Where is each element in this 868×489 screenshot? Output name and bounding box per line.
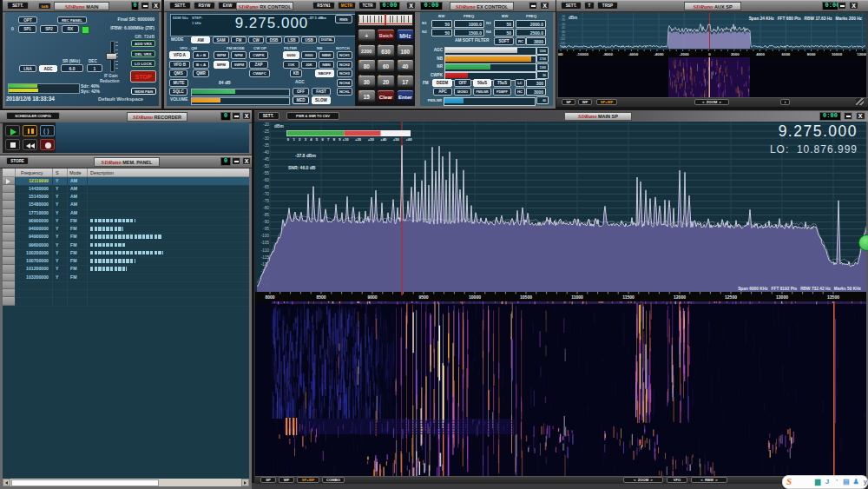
svg-text:8000: 8000 — [807, 52, 816, 56]
svg-text:8000: 8000 — [265, 294, 274, 300]
svg-text:-110: -110 — [261, 248, 270, 253]
svg-text:-25: -25 — [263, 129, 269, 134]
svg-text:Span 24 KHz FFT 680 Pts RB: Span 24 KHz FFT 680 Pts RBW 17.63 Hz Mar… — [749, 17, 863, 21]
svg-text:-90: -90 — [263, 220, 269, 224]
svg-text:+40: +40 — [380, 137, 387, 142]
svg-text:-12000: -12000 — [558, 52, 563, 56]
svg-text:-100: -100 — [260, 234, 269, 238]
svg-text:+60: +60 — [405, 137, 412, 142]
svg-text:-60: -60 — [263, 178, 269, 182]
svg-text:4000: 4000 — [756, 52, 765, 56]
svg-text:-55: -55 — [263, 171, 269, 175]
svg-text:-75: -75 — [263, 199, 269, 203]
svg-text:-95: -95 — [561, 34, 565, 37]
svg-text:-30: -30 — [263, 136, 269, 141]
svg-text:13000: 13000 — [776, 294, 788, 300]
svg-text:-70: -70 — [263, 192, 269, 196]
svg-text:SNR: 46.0 dB: SNR: 46.0 dB — [288, 165, 316, 170]
svg-text:-50: -50 — [561, 23, 565, 26]
svg-text:13500: 13500 — [827, 294, 839, 300]
svg-text:dBm: dBm — [569, 16, 577, 20]
svg-text:+20: +20 — [355, 137, 362, 142]
svg-text:-37.8 dBm: -37.8 dBm — [295, 153, 316, 158]
svg-text:-20: -20 — [561, 15, 565, 18]
svg-text:-35: -35 — [263, 143, 269, 148]
svg-text:0: 0 — [708, 52, 711, 56]
svg-text:-65: -65 — [263, 185, 269, 189]
svg-text:-4000: -4000 — [654, 52, 664, 56]
svg-text:10000: 10000 — [832, 52, 843, 56]
svg-text:+10: +10 — [342, 137, 349, 142]
svg-text:-6000: -6000 — [628, 52, 639, 56]
svg-text:6000: 6000 — [782, 52, 791, 56]
svg-text:-8000: -8000 — [603, 52, 614, 56]
svg-text:-125: -125 — [560, 42, 566, 45]
svg-text:-10000: -10000 — [576, 52, 589, 56]
svg-text:-95: -95 — [263, 227, 269, 231]
svg-text:Span 6000 KHz FFT 8192 Pts: Span 6000 KHz FFT 8192 Pts RBW 732.42 Hz… — [738, 287, 861, 291]
svg-text:dBm: dBm — [274, 124, 284, 129]
svg-text:11500: 11500 — [622, 294, 635, 300]
svg-text:2000: 2000 — [731, 52, 740, 56]
svg-text:12000: 12000 — [857, 52, 866, 56]
svg-text:+30: +30 — [368, 137, 375, 142]
svg-text:10000: 10000 — [469, 294, 481, 300]
svg-text:-45: -45 — [263, 157, 269, 162]
svg-text:10500: 10500 — [520, 294, 532, 300]
svg-text:-80: -80 — [561, 30, 565, 34]
svg-text:12500: 12500 — [725, 294, 737, 300]
svg-text:-20: -20 — [263, 122, 269, 127]
svg-text:11000: 11000 — [571, 294, 583, 300]
svg-text:-65: -65 — [561, 26, 565, 30]
svg-text:-35: -35 — [561, 18, 565, 22]
svg-text:-2000: -2000 — [680, 52, 690, 56]
svg-text:-80: -80 — [263, 206, 269, 210]
svg-text:-85: -85 — [263, 213, 269, 217]
svg-text:+50: +50 — [393, 137, 400, 142]
svg-text:9000: 9000 — [367, 294, 377, 300]
svg-text:9500: 9500 — [418, 294, 428, 300]
svg-text:-40: -40 — [263, 150, 269, 155]
svg-text:8500: 8500 — [316, 294, 326, 300]
svg-text:-50: -50 — [263, 164, 269, 169]
svg-text:-105: -105 — [260, 241, 269, 245]
svg-text:-110: -110 — [560, 37, 565, 41]
svg-text:12000: 12000 — [674, 294, 686, 300]
